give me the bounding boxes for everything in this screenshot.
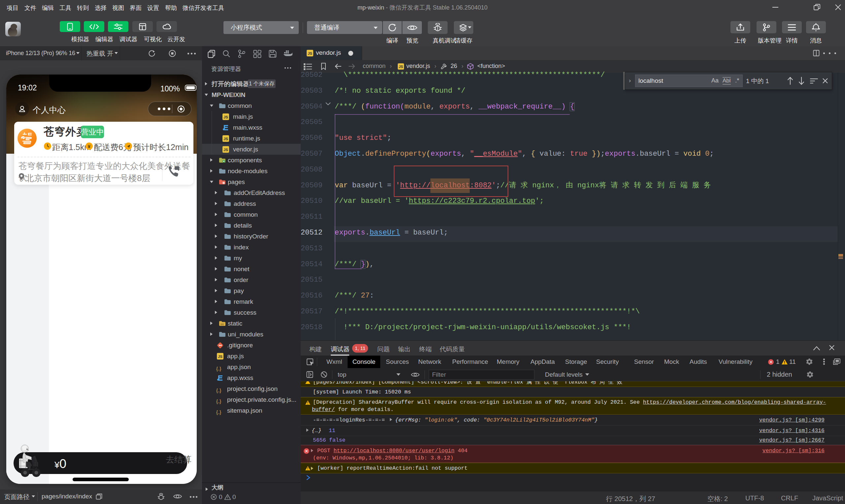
- svg-text:JS: JS: [224, 115, 228, 119]
- svg-text:¥: ¥: [88, 143, 91, 149]
- svg-text:JS: JS: [218, 355, 222, 359]
- svg-text:JS: JS: [224, 148, 228, 152]
- svg-text:JS: JS: [224, 137, 228, 141]
- svg-text:JS: JS: [307, 52, 312, 55]
